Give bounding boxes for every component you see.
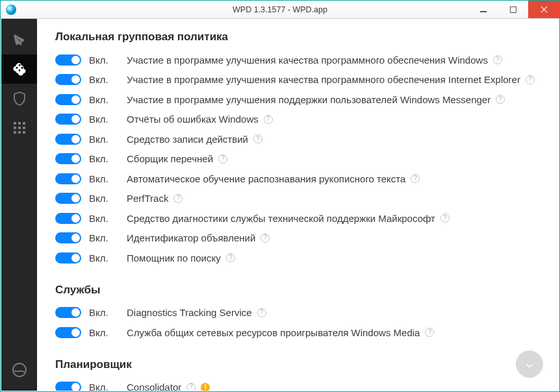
setting-desc: Участие в программе улучшения качества п… bbox=[127, 55, 541, 66]
help-icon[interactable]: ? bbox=[411, 174, 420, 183]
setting-row: Вкл.Идентификатор объявлений? bbox=[55, 228, 541, 249]
app-window: WPD 1.3.1577 - WPD.app bbox=[0, 0, 560, 392]
toggle-switch[interactable] bbox=[55, 193, 81, 204]
setting-desc: PerfTrack? bbox=[127, 193, 541, 204]
setting-row: Вкл.Участие в программе улучшения поддер… bbox=[55, 90, 541, 110]
setting-desc: Consolidator?! bbox=[127, 382, 541, 391]
toggle-state: Вкл. bbox=[89, 232, 127, 243]
content-area[interactable]: Локальная групповая политика Вкл.Участие… bbox=[37, 19, 559, 391]
toggle-switch[interactable] bbox=[55, 55, 81, 66]
help-icon[interactable]: ? bbox=[173, 194, 183, 203]
svg-rect-10 bbox=[23, 131, 25, 134]
titlebar[interactable]: WPD 1.3.1577 - WPD.app bbox=[1, 1, 559, 19]
svg-rect-8 bbox=[14, 131, 16, 134]
toggle-switch[interactable] bbox=[55, 307, 81, 318]
toggle-switch[interactable] bbox=[55, 232, 81, 243]
setting-desc: Средство записи действий? bbox=[127, 134, 541, 145]
svg-point-11 bbox=[13, 363, 26, 376]
setting-row: Вкл.Участие в программе улучшения качест… bbox=[55, 70, 541, 90]
help-icon[interactable]: ? bbox=[526, 75, 535, 84]
toggle-switch[interactable] bbox=[55, 94, 81, 105]
toggle-state: Вкл. bbox=[89, 327, 127, 338]
setting-desc: Diagnostics Tracking Service? bbox=[127, 307, 541, 318]
setting-desc: Отчёты об ошибках Windows? bbox=[127, 114, 541, 125]
setting-desc: Идентификатор объявлений? bbox=[127, 232, 541, 243]
nav-apps[interactable] bbox=[1, 113, 37, 142]
setting-desc: Служба общих сетевых ресурсов проигрыват… bbox=[127, 327, 541, 338]
help-icon[interactable]: ? bbox=[186, 383, 196, 391]
setting-row: Вкл.Средство записи действий? bbox=[55, 129, 541, 149]
toggle-state: Вкл. bbox=[89, 213, 127, 224]
svg-rect-3 bbox=[18, 122, 21, 125]
scheduler-list: Вкл.Consolidator?! bbox=[55, 378, 541, 391]
toggle-state: Вкл. bbox=[89, 74, 127, 85]
setting-desc: Средство диагностики службы технической … bbox=[127, 213, 541, 224]
toggle-state: Вкл. bbox=[89, 55, 127, 66]
toggle-state: Вкл. bbox=[89, 193, 127, 204]
toggle-switch[interactable] bbox=[55, 134, 81, 145]
setting-row: Вкл.Помощник по поиску? bbox=[55, 248, 541, 268]
svg-rect-7 bbox=[23, 127, 25, 129]
setting-row: Вкл.Служба общих сетевых ресурсов проигр… bbox=[55, 323, 541, 343]
section-title-group-policy: Локальная групповая политика bbox=[55, 31, 541, 43]
section-title-services: Службы bbox=[55, 284, 541, 297]
setting-desc: Автоматическое обучение распознавания ру… bbox=[127, 173, 541, 184]
maximize-button[interactable] bbox=[498, 1, 528, 18]
setting-row: Вкл.Diagnostics Tracking Service? bbox=[55, 303, 541, 323]
toggle-switch[interactable] bbox=[55, 153, 81, 164]
help-icon[interactable]: ? bbox=[496, 95, 505, 104]
svg-rect-6 bbox=[18, 127, 21, 129]
setting-desc: Участие в программе улучшения качества п… bbox=[127, 74, 541, 85]
toggle-state: Вкл. bbox=[89, 252, 127, 263]
svg-rect-5 bbox=[14, 127, 16, 129]
svg-rect-2 bbox=[14, 122, 16, 125]
help-icon[interactable]: ? bbox=[218, 154, 227, 164]
section-title-scheduler: Планировщик bbox=[55, 358, 541, 371]
toggle-state: Вкл. bbox=[89, 114, 127, 125]
toggle-state: Вкл. bbox=[89, 94, 127, 105]
toggle-state: Вкл. bbox=[89, 173, 127, 184]
setting-desc: Участие в программе улучшения поддержки … bbox=[127, 94, 541, 105]
svg-rect-9 bbox=[18, 131, 21, 134]
help-icon[interactable]: ? bbox=[226, 253, 235, 262]
toggle-state: Вкл. bbox=[89, 134, 127, 145]
help-icon[interactable]: ? bbox=[440, 214, 450, 223]
toggle-switch[interactable] bbox=[55, 382, 81, 391]
toggle-switch[interactable] bbox=[55, 74, 81, 85]
setting-row: Вкл.Средство диагностики службы техничес… bbox=[55, 208, 541, 228]
warning-icon[interactable]: ! bbox=[201, 383, 210, 391]
help-icon[interactable]: ? bbox=[261, 234, 270, 243]
app-icon bbox=[6, 5, 16, 15]
setting-row: Вкл.PerfTrack? bbox=[55, 189, 541, 209]
sidebar bbox=[1, 19, 37, 391]
help-icon[interactable]: ? bbox=[253, 134, 262, 143]
nav-shield[interactable] bbox=[1, 84, 37, 113]
svg-rect-4 bbox=[23, 122, 25, 125]
toggle-switch[interactable] bbox=[55, 173, 81, 184]
setting-row: Вкл.Участие в программе улучшения качест… bbox=[55, 50, 541, 70]
nav-back[interactable] bbox=[1, 25, 37, 55]
help-icon[interactable]: ? bbox=[493, 55, 502, 64]
help-icon[interactable]: ? bbox=[264, 115, 273, 124]
toggle-switch[interactable] bbox=[55, 327, 81, 338]
setting-row: Вкл.Автоматическое обучение распознавани… bbox=[55, 169, 541, 189]
services-list: Вкл.Diagnostics Tracking Service? Вкл.Сл… bbox=[55, 303, 541, 343]
setting-row: Вкл.Отчёты об ошибках Windows? bbox=[55, 110, 541, 130]
toggle-state: Вкл. bbox=[89, 307, 127, 318]
nav-about[interactable] bbox=[1, 355, 37, 384]
close-button[interactable] bbox=[528, 1, 559, 18]
setting-desc: Помощник по поиску? bbox=[127, 252, 541, 263]
toggle-state: Вкл. bbox=[89, 153, 127, 164]
nav-privacy[interactable] bbox=[1, 55, 37, 84]
help-icon[interactable]: ? bbox=[257, 308, 266, 317]
toggle-switch[interactable] bbox=[55, 213, 81, 224]
scroll-down-button[interactable] bbox=[516, 350, 543, 378]
setting-desc: Сборщик перечней? bbox=[127, 153, 541, 164]
setting-row: Вкл.Consolidator?! bbox=[55, 378, 541, 391]
toggle-state: Вкл. bbox=[89, 382, 127, 391]
toggle-switch[interactable] bbox=[55, 114, 81, 125]
setting-row: Вкл.Сборщик перечней? bbox=[55, 149, 541, 169]
minimize-button[interactable] bbox=[468, 1, 498, 18]
toggle-switch[interactable] bbox=[55, 252, 81, 263]
help-icon[interactable]: ? bbox=[425, 328, 434, 337]
